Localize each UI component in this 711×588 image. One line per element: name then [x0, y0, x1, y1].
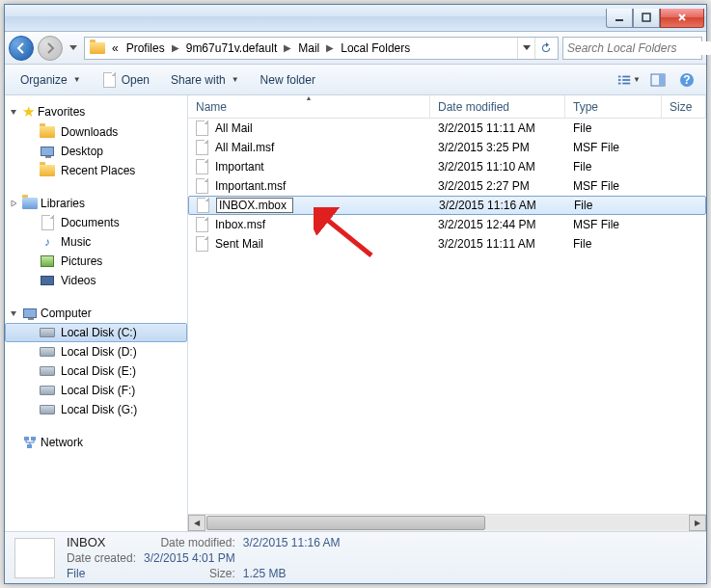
nav-desktop[interactable]: Desktop [5, 142, 187, 161]
body: ★ Favorites Downloads Desktop Recent Pla… [5, 95, 706, 531]
nav-pictures[interactable]: Pictures [5, 252, 187, 271]
file-icon [196, 178, 211, 194]
details-name: INBOX [67, 535, 136, 549]
organize-menu[interactable]: Organize▼ [13, 70, 89, 90]
details-created: 3/2/2015 4:01 PM [144, 551, 235, 565]
file-row[interactable]: All Mail.msf3/2/2015 3:25 PMMSF File [188, 138, 706, 157]
libraries-group[interactable]: Libraries [5, 194, 187, 213]
breadcrumb-segment[interactable]: Local Folders [337, 38, 414, 59]
computer-icon [22, 306, 38, 321]
navigation-bar: « Profiles ▶ 9m67u71v.default ▶ Mail ▶ L… [5, 32, 706, 65]
file-date: 3/2/2015 11:11 AM [430, 237, 565, 251]
details-modified-label: Date modified: [144, 536, 235, 549]
file-row[interactable]: 3/2/2015 11:16 AMFile [188, 196, 706, 215]
file-row[interactable]: Important3/2/2015 11:10 AMFile [188, 157, 706, 176]
nav-drive-e[interactable]: Local Disk (E:) [5, 361, 187, 381]
details-file-icon [14, 538, 55, 578]
file-name: Inbox.msf [215, 218, 265, 231]
file-row[interactable]: All Mail3/2/2015 11:11 AMFile [188, 119, 706, 138]
column-date[interactable]: Date modified [430, 95, 565, 118]
star-icon: ★ [22, 103, 35, 120]
file-row[interactable]: Sent Mail3/2/2015 11:11 AMFile [188, 234, 706, 254]
file-name: All Mail.msf [215, 141, 274, 154]
refresh-button[interactable] [534, 38, 556, 59]
scroll-track[interactable] [206, 516, 688, 530]
svg-rect-0 [615, 19, 623, 21]
nav-videos[interactable]: Videos [5, 271, 187, 290]
preview-pane-button[interactable] [646, 68, 670, 92]
details-created-label: Date created: [67, 551, 136, 565]
titlebar [5, 5, 706, 32]
drive-icon [40, 344, 55, 360]
horizontal-scrollbar[interactable]: ◀ ▶ [188, 514, 706, 531]
file-name: Important.msf [215, 179, 286, 193]
maximize-button[interactable] [633, 9, 660, 28]
network-group[interactable]: Network [5, 433, 187, 452]
computer-group[interactable]: Computer [5, 304, 187, 323]
close-button[interactable] [660, 9, 704, 28]
file-date: 3/2/2015 2:27 PM [430, 179, 565, 193]
svg-rect-4 [622, 75, 630, 77]
file-row[interactable]: Important.msf3/2/2015 2:27 PMMSF File [188, 176, 706, 196]
svg-rect-8 [622, 82, 630, 84]
file-type: MSF File [565, 179, 662, 193]
nav-recent[interactable]: Recent Places [5, 161, 187, 180]
scroll-thumb[interactable] [206, 516, 485, 530]
nav-documents[interactable]: Documents [5, 213, 187, 232]
minimize-button[interactable] [606, 9, 633, 28]
chevron-right-icon: ▶ [169, 42, 182, 53]
svg-rect-3 [618, 75, 621, 77]
drive-icon [40, 383, 55, 398]
address-bar[interactable]: « Profiles ▶ 9m67u71v.default ▶ Mail ▶ L… [84, 37, 559, 60]
address-dropdown-button[interactable] [517, 38, 534, 59]
file-icon [196, 236, 211, 252]
recent-locations-button[interactable] [67, 45, 80, 51]
explorer-window: « Profiles ▶ 9m67u71v.default ▶ Mail ▶ L… [4, 4, 707, 584]
view-options-button[interactable]: ▼ [617, 68, 641, 92]
drive-icon [40, 402, 55, 417]
share-menu[interactable]: Share with▼ [163, 70, 247, 90]
column-size[interactable]: Size [662, 95, 706, 118]
file-date: 3/2/2015 11:16 AM [431, 199, 566, 212]
nav-label: Network [41, 436, 83, 449]
nav-label: Libraries [41, 197, 85, 210]
favorites-group[interactable]: ★ Favorites [5, 101, 187, 122]
file-icon [196, 159, 211, 174]
file-list[interactable]: All Mail3/2/2015 11:11 AMFileAll Mail.ms… [188, 119, 706, 514]
file-type: File [565, 237, 662, 251]
nav-drive-c[interactable]: Local Disk (C:) [5, 323, 187, 342]
nav-drive-g[interactable]: Local Disk (G:) [5, 400, 187, 419]
scroll-left-button[interactable]: ◀ [188, 515, 205, 531]
content-area: Name Date modified Type Size All Mail3/2… [188, 95, 706, 531]
scroll-right-button[interactable]: ▶ [689, 515, 706, 531]
open-button[interactable]: Open [95, 69, 157, 91]
chevron-down-icon [9, 107, 18, 117]
search-box[interactable] [562, 37, 702, 60]
forward-button[interactable] [38, 36, 63, 61]
breadcrumb-overflow[interactable]: « [108, 38, 123, 59]
file-row[interactable]: Inbox.msf3/2/2015 12:44 PMMSF File [188, 215, 706, 234]
nav-music[interactable]: ♪Music [5, 232, 187, 252]
rename-input[interactable] [216, 198, 293, 213]
svg-rect-15 [27, 444, 32, 448]
svg-rect-1 [643, 13, 650, 21]
chevron-right-icon [9, 199, 18, 208]
column-type[interactable]: Type [565, 95, 662, 118]
search-input[interactable] [567, 41, 711, 55]
back-button[interactable] [9, 36, 34, 61]
navigation-pane: ★ Favorites Downloads Desktop Recent Pla… [5, 95, 188, 531]
breadcrumb-segment[interactable]: Mail [294, 38, 323, 59]
newfolder-button[interactable]: New folder [253, 70, 323, 90]
help-button[interactable]: ? [675, 68, 698, 92]
breadcrumb-segment[interactable]: Profiles [123, 38, 169, 59]
details-pane: INBOX Date modified: 3/2/2015 11:16 AM D… [5, 531, 706, 583]
nav-downloads[interactable]: Downloads [5, 122, 187, 142]
column-name[interactable]: Name [188, 95, 430, 118]
chevron-down-icon [9, 308, 18, 318]
file-type: File [565, 121, 662, 135]
details-modified: 3/2/2015 11:16 AM [243, 536, 341, 549]
nav-label: Favorites [38, 105, 85, 119]
nav-drive-f[interactable]: Local Disk (F:) [5, 381, 187, 400]
breadcrumb-segment[interactable]: 9m67u71v.default [182, 38, 282, 59]
nav-drive-d[interactable]: Local Disk (D:) [5, 342, 187, 361]
